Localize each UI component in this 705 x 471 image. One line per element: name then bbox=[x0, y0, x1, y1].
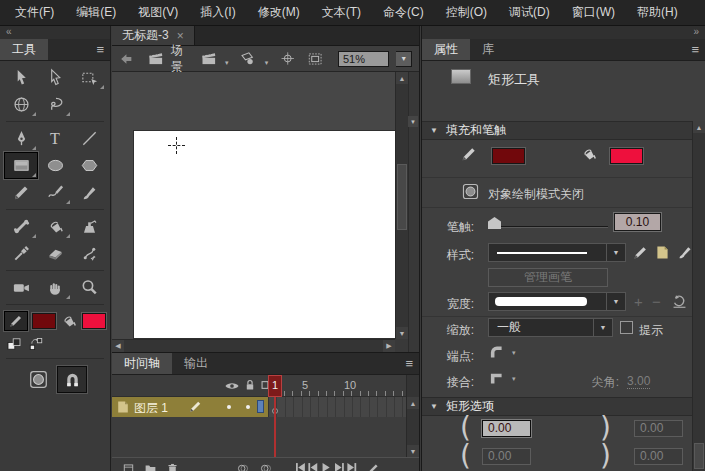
lock-icon[interactable] bbox=[243, 378, 257, 392]
menu-item-modify[interactable]: 修改(M) bbox=[247, 0, 311, 25]
scroll-up-icon[interactable]: ▲ bbox=[396, 72, 408, 84]
tool-zoom[interactable] bbox=[72, 274, 106, 301]
layer-row[interactable]: 图层 1 bbox=[112, 397, 406, 417]
tool-text[interactable]: T bbox=[38, 125, 72, 152]
corner-radius-tl-input[interactable]: 0.00 bbox=[482, 420, 531, 437]
dropdown-arrow-icon[interactable]: ▼ bbox=[606, 244, 625, 261]
scroll-up-icon[interactable]: ▲ bbox=[407, 397, 419, 409]
reset-width-icon[interactable] bbox=[671, 293, 688, 310]
zoom-dropdown-button[interactable]: ▼ bbox=[396, 51, 412, 67]
tab-tools[interactable]: 工具 bbox=[0, 39, 48, 60]
layer-lock-dot[interactable] bbox=[246, 405, 250, 409]
tool-eyedropper[interactable] bbox=[4, 240, 38, 267]
layer-visibility-dot[interactable] bbox=[227, 405, 231, 409]
scroll-down-icon[interactable]: ▼ bbox=[407, 445, 419, 457]
tool-line[interactable] bbox=[72, 125, 106, 152]
edit-scene-icon[interactable] bbox=[200, 49, 217, 68]
hints-checkbox[interactable] bbox=[620, 321, 633, 334]
menu-item-edit[interactable]: 编辑(E) bbox=[65, 0, 127, 25]
scrollbar-thumb[interactable] bbox=[397, 164, 407, 230]
tool-paint-brush[interactable] bbox=[38, 179, 72, 206]
timeline-empty-area[interactable] bbox=[112, 417, 406, 457]
join-style-icon[interactable] bbox=[488, 370, 505, 387]
canvas-area[interactable]: ◀ ▶ ▲ ▼ ▼ bbox=[112, 72, 419, 352]
width-profile-dropdown[interactable]: ▼ bbox=[488, 292, 626, 311]
tool-selection[interactable] bbox=[4, 64, 38, 91]
menu-item-help[interactable]: 帮助(H) bbox=[626, 0, 689, 25]
panel-menu-icon[interactable]: ≡ bbox=[96, 42, 104, 57]
tool-free-transform[interactable] bbox=[72, 64, 106, 91]
panel-menu-icon[interactable]: ≡ bbox=[691, 42, 699, 57]
layer-name-cell[interactable]: 图层 1 bbox=[112, 397, 268, 417]
stroke-color-swatch[interactable] bbox=[32, 313, 56, 329]
snap-to-objects-button[interactable] bbox=[57, 366, 87, 393]
tab-output[interactable]: 输出 bbox=[172, 353, 220, 374]
onion-skin-icon[interactable] bbox=[236, 462, 250, 471]
menu-item-control[interactable]: 控制(O) bbox=[435, 0, 498, 25]
loop-icon[interactable] bbox=[367, 462, 380, 471]
frame-ruler[interactable]: 1 5 10 bbox=[268, 375, 406, 397]
horizontal-scrollbar[interactable]: ◀ ▶ bbox=[112, 339, 395, 352]
tool-oval[interactable] bbox=[38, 152, 72, 179]
stroke-color-swatch[interactable] bbox=[492, 148, 525, 164]
playhead[interactable]: 1 bbox=[268, 375, 282, 397]
tool-3d-rotation[interactable] bbox=[4, 91, 38, 118]
tool-camera[interactable] bbox=[4, 274, 38, 301]
zoom-level-input[interactable]: 51% bbox=[338, 51, 389, 67]
stroke-weight-value[interactable]: 0.10 bbox=[614, 213, 661, 231]
back-arrow-icon[interactable] bbox=[119, 51, 134, 67]
tool-bone[interactable] bbox=[4, 213, 38, 240]
tab-properties[interactable]: 属性 bbox=[422, 39, 470, 60]
edit-symbols-icon[interactable] bbox=[239, 49, 256, 68]
tool-pencil[interactable] bbox=[4, 179, 38, 206]
menu-item-file[interactable]: 文件(F) bbox=[4, 0, 65, 25]
new-layer-icon[interactable] bbox=[122, 462, 135, 471]
playback-controls-icon[interactable] bbox=[296, 462, 358, 471]
scroll-right-icon[interactable]: ▶ bbox=[383, 340, 395, 352]
tool-hand[interactable] bbox=[38, 274, 72, 301]
dropdown-arrow-icon[interactable]: ▼ bbox=[606, 293, 625, 310]
stroke-slider-handle[interactable] bbox=[488, 217, 501, 229]
vertical-scrollbar[interactable]: ▲ ▼ bbox=[395, 72, 408, 339]
scroll-down-icon[interactable]: ▼ bbox=[396, 327, 408, 339]
properties-scrollbar[interactable]: ▲ bbox=[692, 121, 705, 471]
tool-rectangle[interactable] bbox=[4, 152, 38, 179]
menu-item-view[interactable]: 视图(V) bbox=[127, 0, 189, 25]
cap-style-icon[interactable] bbox=[488, 344, 505, 361]
fill-color-swatch[interactable] bbox=[82, 313, 106, 329]
stroke-slider-track[interactable] bbox=[488, 226, 608, 228]
fill-color-swatch[interactable] bbox=[610, 148, 643, 164]
section-fill-stroke[interactable]: ▼ 填充和笔触 bbox=[422, 121, 692, 140]
edit-symbols-dropdown-icon[interactable]: ▾ bbox=[265, 59, 269, 71]
panel-menu-icon[interactable]: ≡ bbox=[405, 356, 413, 371]
fill-bucket-icon[interactable] bbox=[60, 312, 78, 330]
new-folder-icon[interactable] bbox=[144, 462, 157, 471]
tab-timeline[interactable]: 时间轴 bbox=[112, 353, 172, 374]
show-hide-eye-icon[interactable] bbox=[224, 378, 240, 394]
swap-colors-icon[interactable] bbox=[28, 336, 44, 352]
tool-subselection[interactable] bbox=[38, 64, 72, 91]
layer-name[interactable]: 图层 1 bbox=[134, 400, 168, 417]
menu-item-text[interactable]: 文本(T) bbox=[311, 0, 372, 25]
tool-eraser[interactable] bbox=[38, 240, 72, 267]
menu-item-insert[interactable]: 插入(I) bbox=[189, 0, 246, 25]
menu-item-debug[interactable]: 调试(D) bbox=[498, 0, 561, 25]
default-colors-icon[interactable] bbox=[6, 336, 22, 352]
onion-outline-icon[interactable] bbox=[259, 462, 273, 471]
tool-ink-bottle[interactable] bbox=[72, 213, 106, 240]
edit-scene-dropdown-icon[interactable]: ▾ bbox=[225, 59, 229, 71]
object-drawing-toggle-icon[interactable] bbox=[28, 369, 49, 390]
object-drawing-toggle-icon[interactable] bbox=[461, 182, 480, 201]
cap-dropdown-icon[interactable]: ▾ bbox=[512, 349, 516, 357]
scene-label[interactable]: 场景 bbox=[171, 42, 193, 76]
menu-item-commands[interactable]: 命令(C) bbox=[372, 0, 435, 25]
tool-brush[interactable] bbox=[72, 179, 106, 206]
tool-lasso[interactable] bbox=[38, 91, 72, 118]
section-collapse-icon[interactable]: ▼ bbox=[430, 126, 438, 135]
clip-content-icon[interactable] bbox=[307, 50, 323, 68]
menu-item-window[interactable]: 窗口(W) bbox=[561, 0, 626, 25]
collapse-right-icon[interactable]: » bbox=[693, 26, 699, 37]
edit-stroke-style-icon[interactable] bbox=[632, 244, 649, 261]
close-icon[interactable]: × bbox=[177, 29, 184, 43]
join-dropdown-icon[interactable]: ▾ bbox=[512, 375, 516, 383]
